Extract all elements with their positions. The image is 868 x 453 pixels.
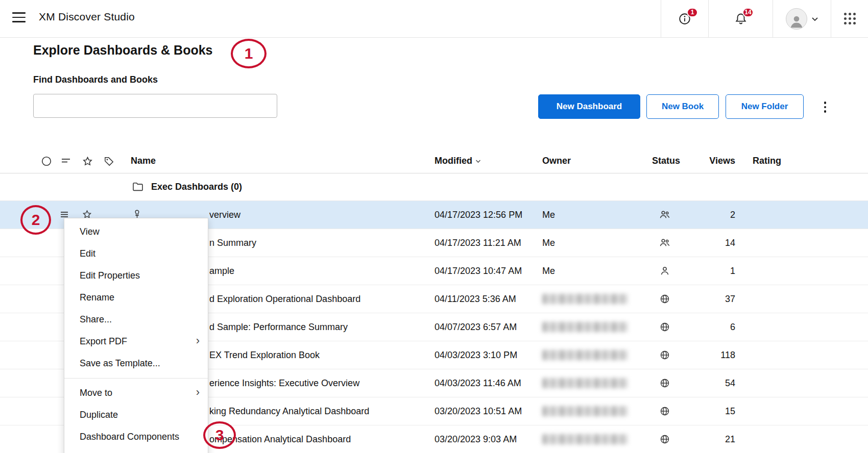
modified-date: 04/03/2023 3:10 PM	[435, 341, 517, 369]
context-menu-item[interactable]: Duplicate	[64, 404, 208, 426]
context-menu-item-label: Save as Template...	[80, 358, 160, 369]
globe-icon	[659, 377, 681, 389]
new-folder-button[interactable]: New Folder	[726, 94, 804, 119]
modified-date: 03/20/2023 9:03 AM	[435, 425, 517, 453]
views-count: 15	[686, 397, 735, 425]
user-icon	[659, 265, 681, 277]
context-menu-item[interactable]: Edit	[64, 243, 208, 265]
owner-redacted	[542, 294, 628, 304]
context-menu-item-label: View	[80, 226, 100, 237]
context-menu-item[interactable]: Share...	[64, 309, 208, 331]
modified-date: 04/17/2023 10:47 AM	[435, 257, 522, 285]
page-title: Explore Dashboards & Books	[33, 43, 212, 58]
context-menu-item-label: Edit	[80, 248, 95, 259]
owner: Me	[542, 229, 555, 257]
sort-chevron-icon	[475, 159, 481, 163]
context-menu-item-label: Export PDF	[80, 336, 127, 347]
modified-date: 03/20/2023 10:51 AM	[435, 397, 522, 425]
modified-date: 04/17/2023 12:56 PM	[435, 201, 522, 229]
menu-lines-icon[interactable]	[60, 156, 71, 167]
xm-discover-studio-screen: XM Discover Studio 1 14	[0, 0, 868, 453]
column-owner[interactable]: Owner	[542, 156, 571, 166]
annotation-step-1: 1	[231, 39, 267, 68]
context-menu-item[interactable]: Export PDF›	[64, 331, 208, 353]
modified-date: 04/03/2023 11:46 AM	[435, 369, 521, 397]
info-button[interactable]: 1	[661, 0, 708, 37]
context-menu-item[interactable]: Rename	[64, 287, 208, 309]
context-menu-item-label: Rename	[80, 292, 114, 303]
item-name[interactable]: erience Insights: Executive Overview	[209, 369, 359, 397]
apps-grid-icon	[844, 13, 856, 24]
views-count: 37	[686, 285, 735, 313]
folder-label: Exec Dashboards (0)	[151, 173, 242, 200]
app-switcher-button[interactable]	[831, 0, 868, 37]
avatar	[786, 8, 807, 30]
context-menu-item[interactable]: Save as Template...	[64, 353, 208, 374]
new-dashboard-button[interactable]: New Dashboard	[538, 94, 640, 119]
context-menu-item[interactable]: Move to›	[64, 382, 208, 404]
item-name[interactable]: king Redundancy Analytical Dashboard	[209, 397, 369, 425]
star-icon[interactable]	[82, 156, 93, 167]
item-name[interactable]: d Exploration Operational Dashboard	[209, 285, 360, 313]
notifications-badge: 14	[742, 8, 754, 17]
tag-icon[interactable]	[103, 156, 115, 167]
more-options-button[interactable]	[816, 98, 834, 116]
column-rating[interactable]: Rating	[753, 156, 781, 166]
annotation-step-2: 2	[20, 205, 51, 235]
account-menu[interactable]	[773, 0, 831, 37]
app-title: XM Discover Studio	[39, 11, 135, 23]
table-header: Name Modified Owner Status Views Rating	[0, 152, 868, 173]
modified-date: 04/07/2023 6:57 AM	[435, 313, 517, 341]
column-name[interactable]: Name	[131, 156, 156, 166]
column-modified[interactable]: Modified	[435, 156, 481, 166]
owner-redacted	[542, 378, 628, 388]
item-name[interactable]: verview	[209, 201, 240, 229]
owner: Me	[542, 201, 555, 229]
owner: Me	[542, 257, 555, 285]
views-count: 1	[686, 257, 735, 285]
item-name[interactable]: EX Trend Exploration Book	[209, 341, 320, 369]
submenu-chevron-icon: ›	[196, 387, 200, 398]
item-name[interactable]: d Sample: Performance Summary	[209, 313, 348, 341]
column-status[interactable]: Status	[652, 156, 680, 166]
users-icon	[659, 209, 681, 221]
context-menu-item-label: Duplicate	[80, 410, 118, 420]
modified-date: 04/11/2023 5:36 AM	[435, 285, 516, 313]
top-bar: XM Discover Studio 1 14	[0, 0, 868, 38]
select-all-circle-icon[interactable]	[41, 156, 52, 167]
hamburger-menu-icon[interactable]	[12, 12, 27, 24]
folder-icon	[132, 181, 144, 193]
folder-row[interactable]: Exec Dashboards (0)	[0, 173, 868, 201]
globe-icon	[659, 405, 681, 417]
owner-redacted	[542, 322, 628, 332]
item-name[interactable]: ample	[209, 257, 234, 285]
context-menu-item[interactable]: Schedule...	[64, 448, 208, 453]
column-modified-label: Modified	[435, 156, 472, 166]
context-menu-item-label: Dashboard Components	[80, 432, 179, 442]
annotation-step-3: 3	[203, 421, 236, 449]
owner-redacted	[542, 406, 628, 416]
globe-icon	[659, 293, 681, 305]
notifications-button[interactable]: 14	[708, 0, 773, 37]
top-bar-right: 1 14	[661, 0, 868, 37]
context-menu-item[interactable]: Dashboard Components	[64, 426, 208, 448]
context-menu-item[interactable]: View	[64, 221, 208, 243]
views-count: 6	[686, 313, 735, 341]
owner-redacted	[542, 434, 628, 444]
search-input[interactable]	[33, 94, 277, 118]
views-count: 118	[686, 341, 735, 369]
column-views[interactable]: Views	[686, 156, 735, 166]
new-book-button[interactable]: New Book	[646, 94, 719, 119]
context-menu-item[interactable]: Edit Properties	[64, 265, 208, 287]
context-menu-item-label: Edit Properties	[80, 270, 140, 281]
submenu-chevron-icon: ›	[196, 335, 200, 346]
users-icon	[659, 237, 681, 249]
info-badge: 1	[687, 8, 698, 17]
globe-icon	[659, 321, 681, 333]
views-count: 14	[686, 229, 735, 257]
menu-divider	[64, 378, 208, 379]
context-menu: ViewEditEdit PropertiesRenameShare...Exp…	[64, 218, 208, 453]
item-name[interactable]: n Summary	[209, 229, 256, 257]
globe-icon	[659, 433, 681, 445]
context-menu-item-label: Share...	[80, 314, 112, 325]
